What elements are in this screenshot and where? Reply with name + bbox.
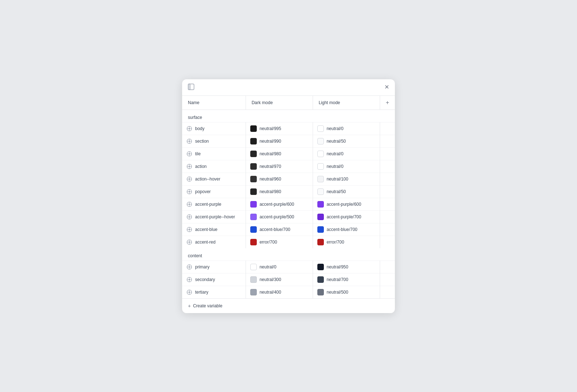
light-mode-cell[interactable]: neutral/0 bbox=[313, 160, 380, 173]
name-cell: accent-purple bbox=[182, 198, 246, 210]
svg-point-9 bbox=[189, 141, 190, 142]
variable-name: accent-purple bbox=[195, 202, 221, 207]
dark-mode-cell[interactable]: neutral/980 bbox=[246, 147, 313, 160]
add-column-header[interactable]: + bbox=[380, 96, 395, 110]
dark-color-swatch bbox=[250, 188, 257, 195]
node-icon bbox=[186, 214, 192, 220]
light-mode-cell[interactable]: neutral/0 bbox=[313, 147, 380, 160]
light-color-label: neutral/500 bbox=[327, 290, 348, 295]
dark-color-label: neutral/970 bbox=[260, 164, 281, 169]
light-mode-cell[interactable]: neutral/50 bbox=[313, 185, 380, 198]
sidebar-toggle-icon[interactable] bbox=[188, 84, 194, 91]
light-color-swatch bbox=[317, 188, 324, 195]
table-row: action neutral/970 neutral/0 bbox=[182, 160, 395, 173]
light-color-swatch bbox=[317, 151, 324, 157]
light-mode-cell[interactable]: neutral/950 bbox=[313, 260, 380, 273]
node-icon bbox=[186, 264, 192, 270]
name-cell: accent-blue bbox=[182, 223, 246, 236]
light-color-label: neutral/50 bbox=[327, 139, 346, 144]
light-mode-cell[interactable]: neutral/700 bbox=[313, 273, 380, 286]
dark-color-label: error/700 bbox=[260, 240, 277, 245]
variables-panel: ✕ Name Dark mode Light mode + surface bbox=[182, 79, 395, 313]
dark-mode-cell[interactable]: neutral/300 bbox=[246, 273, 313, 286]
node-icon bbox=[186, 126, 192, 132]
dark-mode-cell[interactable]: neutral/0 bbox=[246, 260, 313, 273]
row-actions bbox=[380, 286, 395, 298]
create-variable-row[interactable]: + Create variable bbox=[182, 298, 395, 313]
light-color-swatch bbox=[317, 201, 324, 208]
node-icon bbox=[186, 164, 192, 169]
light-color-swatch bbox=[317, 226, 324, 233]
variable-name: body bbox=[195, 126, 204, 131]
dark-color-label: neutral/995 bbox=[260, 126, 281, 131]
name-cell: body bbox=[182, 122, 246, 135]
row-actions bbox=[380, 160, 395, 173]
row-actions bbox=[380, 122, 395, 135]
name-cell: secondary bbox=[182, 273, 246, 286]
table-row: action--hover neutral/960 neutral/100 bbox=[182, 173, 395, 185]
section-label-content: content bbox=[182, 248, 395, 261]
table-row: accent-red error/700 error/700 bbox=[182, 236, 395, 248]
dark-mode-cell[interactable]: neutral/990 bbox=[246, 135, 313, 147]
dark-color-label: neutral/300 bbox=[260, 277, 281, 282]
light-mode-cell[interactable]: neutral/100 bbox=[313, 173, 380, 185]
close-button[interactable]: ✕ bbox=[384, 84, 389, 90]
column-header-dark: Dark mode bbox=[246, 96, 313, 110]
light-mode-cell[interactable]: neutral/0 bbox=[313, 122, 380, 135]
section-label-surface: surface bbox=[182, 110, 395, 122]
dark-mode-cell[interactable]: neutral/400 bbox=[246, 286, 313, 298]
dark-mode-cell[interactable]: accent-purple/500 bbox=[246, 210, 313, 223]
name-cell: accent-purple--hover bbox=[182, 210, 246, 223]
svg-point-39 bbox=[189, 204, 190, 205]
light-mode-cell[interactable]: accent-purple/600 bbox=[313, 198, 380, 210]
variable-name: secondary bbox=[195, 277, 215, 282]
light-color-swatch bbox=[317, 125, 324, 132]
light-mode-cell[interactable]: neutral/500 bbox=[313, 286, 380, 298]
dark-mode-cell[interactable]: accent-purple/600 bbox=[246, 198, 313, 210]
node-icon bbox=[186, 189, 192, 195]
row-actions bbox=[380, 223, 395, 236]
light-color-swatch bbox=[317, 289, 324, 295]
name-cell: accent-red bbox=[182, 236, 246, 248]
svg-point-15 bbox=[189, 153, 190, 155]
create-variable-cell[interactable]: + Create variable bbox=[182, 298, 395, 313]
table-row: accent-purple--hover accent-purple/500 a… bbox=[182, 210, 395, 223]
dark-mode-cell[interactable]: accent-blue/700 bbox=[246, 223, 313, 236]
svg-point-3 bbox=[189, 128, 190, 129]
light-color-label: neutral/0 bbox=[327, 151, 344, 156]
table-row: body neutral/995 neutral/0 bbox=[182, 122, 395, 135]
panel-header: ✕ bbox=[182, 79, 395, 96]
dark-mode-cell[interactable]: neutral/970 bbox=[246, 160, 313, 173]
node-icon bbox=[186, 138, 192, 144]
row-actions bbox=[380, 147, 395, 160]
svg-point-63 bbox=[189, 266, 190, 268]
light-mode-cell[interactable]: neutral/50 bbox=[313, 135, 380, 147]
dark-color-swatch bbox=[250, 163, 257, 170]
table-row: accent-purple accent-purple/600 accent-p… bbox=[182, 198, 395, 210]
row-actions bbox=[380, 260, 395, 273]
dark-mode-cell[interactable]: neutral/960 bbox=[246, 173, 313, 185]
variable-name: popover bbox=[195, 189, 211, 194]
variable-name: section bbox=[195, 139, 209, 144]
node-icon bbox=[186, 227, 192, 232]
dark-color-swatch bbox=[250, 138, 257, 144]
dark-mode-cell[interactable]: neutral/980 bbox=[246, 185, 313, 198]
dark-mode-cell[interactable]: neutral/995 bbox=[246, 122, 313, 135]
node-icon bbox=[186, 176, 192, 182]
light-color-label: accent-blue/700 bbox=[327, 227, 357, 232]
light-mode-cell[interactable]: accent-blue/700 bbox=[313, 223, 380, 236]
variables-table: Name Dark mode Light mode + surface body bbox=[182, 96, 395, 313]
dark-mode-cell[interactable]: error/700 bbox=[246, 236, 313, 248]
dark-color-label: neutral/0 bbox=[260, 264, 277, 270]
name-cell: tile bbox=[182, 147, 246, 160]
add-column-icon[interactable]: + bbox=[386, 99, 389, 106]
dark-color-swatch bbox=[250, 214, 257, 220]
light-color-swatch bbox=[317, 176, 324, 182]
row-actions bbox=[380, 210, 395, 223]
light-mode-cell[interactable]: error/700 bbox=[313, 236, 380, 248]
light-color-label: neutral/950 bbox=[327, 264, 348, 270]
light-mode-cell[interactable]: accent-purple/700 bbox=[313, 210, 380, 223]
variable-name: action bbox=[195, 164, 207, 169]
dark-color-swatch bbox=[250, 289, 257, 295]
dark-color-swatch bbox=[250, 239, 257, 245]
